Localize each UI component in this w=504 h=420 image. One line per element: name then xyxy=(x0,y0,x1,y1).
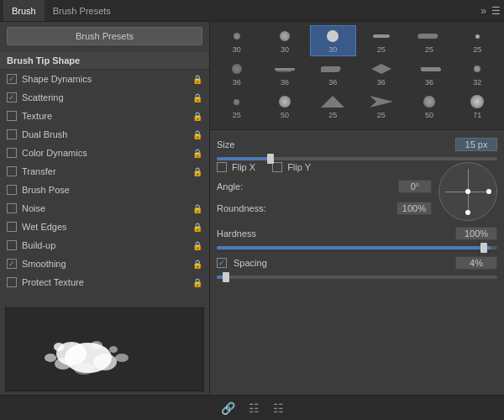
brush-cell-2-1[interactable]: 50 xyxy=(261,91,307,122)
lock-icon-transfer: 🔒 xyxy=(192,167,202,176)
svg-marker-15 xyxy=(371,64,391,74)
spacing-checkbox-group[interactable]: ✓ Spacing xyxy=(217,258,267,268)
roundness-value[interactable]: 100% xyxy=(396,202,432,215)
brush-cell-1-4[interactable]: 36 xyxy=(406,58,452,89)
dial-bottom-dot xyxy=(465,210,470,215)
brush-cell-3-3[interactable]: 50 xyxy=(358,123,404,126)
svg-rect-12 xyxy=(275,68,295,71)
brush-cell-2-4[interactable]: 50 xyxy=(406,91,452,122)
brush-preview-svg xyxy=(21,312,189,387)
brush-cell-2-2[interactable]: 25 xyxy=(310,91,356,122)
brush-cell-2-5[interactable]: 71 xyxy=(454,91,501,122)
svg-point-3 xyxy=(55,358,71,370)
brush-cell-0-5[interactable]: 25 xyxy=(454,25,501,56)
flip-y-item[interactable]: Flip Y xyxy=(272,162,311,172)
tab-brush-presets[interactable]: Brush Presets xyxy=(45,0,119,21)
angle-label: Angle: xyxy=(217,181,284,192)
brush-cell-3-0[interactable]: 25 xyxy=(213,123,260,126)
brush-cell-2-0[interactable]: 25 xyxy=(213,91,260,122)
brush-cell-1-1[interactable]: 36 xyxy=(261,58,307,89)
size-slider-track[interactable] xyxy=(217,157,497,160)
svg-marker-18 xyxy=(370,96,393,108)
checkbox-brush-pose[interactable] xyxy=(7,185,17,195)
brush-cell-0-4[interactable]: 25 xyxy=(406,25,452,56)
spacing-slider-track[interactable] xyxy=(217,276,497,279)
hardness-slider-track[interactable] xyxy=(217,246,497,249)
flip-x-checkbox[interactable] xyxy=(217,162,227,172)
tab-brush[interactable]: Brush xyxy=(3,0,45,21)
brush-cell-3-1[interactable]: 50 xyxy=(261,123,307,126)
svg-rect-14 xyxy=(321,66,341,72)
checkbox-scattering[interactable]: ✓ xyxy=(7,92,17,102)
panel-icon[interactable]: ☷ xyxy=(273,402,284,415)
brush-grid-inner: 30 30 30 25 xyxy=(213,25,501,126)
bottom-bar: 🔗 ☷ ☷ xyxy=(0,395,504,420)
lock-icon-protect-texture: 🔒 xyxy=(192,278,202,287)
checkbox-noise[interactable] xyxy=(7,203,17,213)
svg-marker-17 xyxy=(321,96,344,108)
brush-item-build-up[interactable]: Build-up 🔒 xyxy=(0,236,209,255)
brush-cell-0-2[interactable]: 30 xyxy=(310,25,356,56)
brush-item-color-dynamics[interactable]: Color Dynamics 🔒 xyxy=(0,144,209,162)
brush-item-smoothing[interactable]: ✓ Smoothing 🔒 xyxy=(0,255,209,273)
brush-cell-1-3[interactable]: 36 xyxy=(358,58,404,89)
lock-icon-noise: 🔒 xyxy=(192,204,202,213)
spacing-checkbox[interactable]: ✓ xyxy=(217,258,227,268)
checkbox-shape-dynamics[interactable]: ✓ xyxy=(7,74,17,84)
brush-cell-3-5[interactable]: 36 xyxy=(454,123,501,126)
brush-cell-0-0[interactable]: 30 xyxy=(213,25,260,56)
brush-cell-3-2[interactable]: 50 xyxy=(310,123,356,126)
brush-item-noise[interactable]: Noise 🔒 xyxy=(0,199,209,218)
brush-item-protect-texture[interactable]: Protect Texture 🔒 xyxy=(0,273,209,291)
spacing-value[interactable]: 4% xyxy=(455,256,497,270)
tab-icons: » ☰ xyxy=(480,5,501,17)
checkbox-wet-edges[interactable] xyxy=(7,222,17,232)
flip-y-checkbox[interactable] xyxy=(272,162,282,172)
flip-x-item[interactable]: Flip X xyxy=(217,162,255,172)
checkbox-smoothing[interactable]: ✓ xyxy=(7,259,17,269)
checkbox-dual-brush[interactable] xyxy=(7,129,17,139)
brush-cell-0-1[interactable]: 30 xyxy=(261,25,307,56)
brush-item-scattering[interactable]: ✓ Scattering 🔒 xyxy=(0,88,209,107)
menu-icon[interactable]: ☰ xyxy=(491,5,501,17)
svg-point-6 xyxy=(91,341,102,349)
spacing-slider-thumb[interactable] xyxy=(223,272,229,282)
brush-cell-1-0[interactable]: 36 xyxy=(213,58,260,89)
checkbox-protect-texture[interactable] xyxy=(7,277,17,287)
brush-tip-shape-header[interactable]: Brush Tip Shape xyxy=(0,52,209,70)
size-value[interactable]: 15 px xyxy=(455,138,497,151)
main-content: Brush Presets Brush Tip Shape ✓ Shape Dy… xyxy=(0,22,504,395)
left-panel: Brush Presets Brush Tip Shape ✓ Shape Dy… xyxy=(0,22,210,395)
brush-item-transfer[interactable]: Transfer 🔒 xyxy=(0,162,209,181)
roundness-row: Roundness: 100% xyxy=(217,199,432,218)
brush-presets-button[interactable]: Brush Presets xyxy=(7,27,202,45)
brush-item-shape-dynamics[interactable]: ✓ Shape Dynamics 🔒 xyxy=(0,70,209,88)
hardness-slider-thumb[interactable] xyxy=(480,243,487,253)
brush-item-brush-pose[interactable]: Brush Pose xyxy=(0,181,209,199)
brush-cell-3-4[interactable]: 50 xyxy=(406,123,452,126)
lock-icon-smoothing: 🔒 xyxy=(192,260,202,269)
brush-cell-1-5[interactable]: 32 xyxy=(454,58,501,89)
angle-value[interactable]: 0° xyxy=(398,180,432,193)
size-slider[interactable] xyxy=(217,157,497,160)
spacing-slider[interactable] xyxy=(217,276,497,279)
brush-item-wet-edges[interactable]: Wet Edges 🔒 xyxy=(0,218,209,236)
lock-icon-color-dynamics: 🔒 xyxy=(192,149,202,158)
checkbox-build-up[interactable] xyxy=(7,240,17,250)
hardness-slider[interactable] xyxy=(217,246,497,249)
angle-dial[interactable] xyxy=(438,162,497,221)
hardness-value[interactable]: 100% xyxy=(455,227,497,240)
brush-cell-0-3[interactable]: 25 xyxy=(358,25,404,56)
checkbox-texture[interactable] xyxy=(7,111,17,121)
checkbox-color-dynamics[interactable] xyxy=(7,148,17,158)
chain-icon[interactable]: 🔗 xyxy=(221,402,235,415)
svg-point-9 xyxy=(109,346,118,353)
checkbox-transfer[interactable] xyxy=(7,166,17,176)
expand-icon[interactable]: » xyxy=(480,5,486,17)
brush-cell-2-3[interactable]: 25 xyxy=(358,91,404,122)
grid-icon[interactable]: ☷ xyxy=(249,402,260,415)
brush-item-dual-brush[interactable]: Dual Brush 🔒 xyxy=(0,125,209,144)
size-slider-thumb[interactable] xyxy=(267,154,274,164)
brush-item-texture[interactable]: Texture 🔒 xyxy=(0,107,209,125)
brush-cell-1-2[interactable]: 36 xyxy=(310,58,356,89)
